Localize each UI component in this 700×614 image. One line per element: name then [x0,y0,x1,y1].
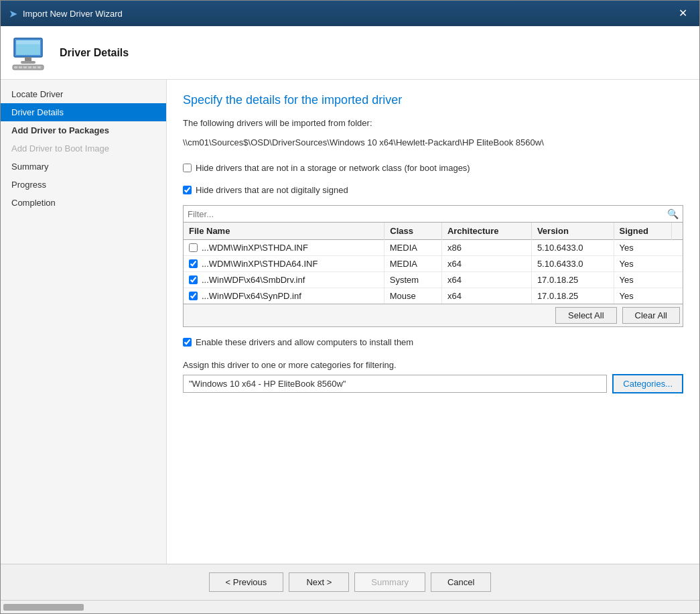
cell-arch: x64 [441,272,531,288]
table-header-row: File Name Class Architecture Version Sig… [184,223,683,240]
hide-unsigned-label: Hide drivers that are not digitally sign… [196,185,348,195]
category-section: Assign this driver to one or more catego… [183,360,683,393]
assign-label: Assign this driver to one or more catego… [183,360,683,370]
row-checkbox-1[interactable] [189,259,198,268]
category-input[interactable] [183,375,607,393]
content-area: Specify the details for the imported dri… [167,80,699,564]
content-title: Specify the details for the imported dri… [183,93,683,107]
table-row: ...WDM\WinXP\STHDA.INFMEDIAx865.10.6433.… [184,240,683,256]
cell-signed: Yes [614,272,671,288]
cell-signed: Yes [614,240,671,256]
table-row: ...WinWDF\x64\SynPD.infMousex6417.0.18.2… [184,288,683,304]
search-icon: 🔍 [667,208,679,219]
header-title: Driver Details [60,47,129,59]
enable-checkbox-row: Enable these drivers and allow computers… [183,337,683,347]
svg-rect-11 [38,66,41,68]
driver-table-body: ...WDM\WinXP\STHDA.INFMEDIAx865.10.6433.… [184,240,683,304]
enable-drivers-label: Enable these drivers and allow computers… [196,337,413,347]
col-filename: File Name [184,223,384,240]
hide-non-storage-label: Hide drivers that are not in a storage o… [196,163,470,173]
table-buttons-row: Select All Clear All [184,304,683,326]
category-row: Categories... [183,374,683,393]
driver-table: File Name Class Architecture Version Sig… [184,223,683,304]
cell-class: MEDIA [384,256,442,272]
row-checkbox-0[interactable] [189,243,198,252]
cell-version: 17.0.18.25 [531,288,614,304]
previous-button[interactable]: < Previous [209,572,284,592]
description-label: The following drivers will be imported f… [183,118,683,128]
svg-rect-8 [23,66,27,68]
cell-arch: x64 [441,256,531,272]
sidebar-item-completion[interactable]: Completion [1,194,166,212]
title-bar-left: ➤ Import New Driver Wizard [9,7,123,20]
cell-filename: ...WDM\WinXP\STHDA.INF [184,240,384,255]
sidebar: Locate Driver Driver Details Add Driver … [1,80,167,564]
summary-button: Summary [354,572,425,592]
computer-icon [11,34,49,72]
bottom-scrollbar[interactable] [1,600,699,613]
next-button[interactable]: Next > [289,572,349,592]
cell-filename: ...WDM\WinXP\STHDA64.INF [184,256,384,271]
cell-filename: ...WinWDF\x64\SmbDrv.inf [184,272,384,288]
import-path: \\cm01\Sources$\OSD\DriverSources\Window… [183,137,683,147]
cell-arch: x86 [441,240,531,256]
sidebar-item-add-to-packages[interactable]: Add Driver to Packages [1,121,166,139]
sidebar-item-add-to-boot: Add Driver to Boot Image [1,139,166,158]
select-all-button[interactable]: Select All [555,307,616,324]
svg-rect-2 [16,40,40,44]
sidebar-item-locate-driver[interactable]: Locate Driver [1,85,166,103]
cell-filename: ...WinWDF\x64\SynPD.inf [184,288,384,304]
svg-rect-3 [25,57,31,62]
svg-rect-6 [14,66,17,68]
filter-input[interactable] [188,209,664,219]
filter-row: 🔍 [184,206,683,223]
hide-non-storage-checkbox[interactable] [183,164,192,172]
scroll-thumb [3,604,84,611]
cell-version: 5.10.6433.0 [531,256,614,272]
sidebar-item-progress[interactable]: Progress [1,176,166,194]
hide-unsigned-checkbox[interactable] [183,186,192,194]
dialog-window: ➤ Import New Driver Wizard ✕ [0,0,700,614]
col-arch: Architecture [441,223,531,240]
cell-signed: Yes [614,288,671,304]
driver-table-container: 🔍 File Name Class Architecture Version S… [183,205,683,327]
col-class: Class [384,223,442,240]
col-signed: Signed [614,223,671,240]
cell-class: Mouse [384,288,442,304]
cell-version: 5.10.6433.0 [531,240,614,256]
svg-rect-9 [28,66,31,68]
cell-class: MEDIA [384,240,442,256]
sidebar-item-driver-details[interactable]: Driver Details [1,103,166,121]
svg-rect-7 [19,66,22,68]
cell-class: System [384,272,442,288]
table-row: ...WinWDF\x64\SmbDrv.infSystemx6417.0.18… [184,272,683,288]
main-content: Locate Driver Driver Details Add Driver … [1,80,699,564]
title-bar-text: Import New Driver Wizard [23,9,123,19]
cell-signed: Yes [614,256,671,272]
close-button[interactable]: ✕ [675,7,691,20]
checkbox-storage-row: Hide drivers that are not in a storage o… [183,163,683,173]
clear-all-button[interactable]: Clear All [622,307,680,324]
svg-rect-4 [21,61,36,64]
cell-arch: x64 [441,288,531,304]
cancel-button[interactable]: Cancel [431,572,491,592]
header-area: Driver Details [1,26,699,80]
footer: < Previous Next > Summary Cancel [1,564,699,600]
categories-button[interactable]: Categories... [612,374,683,393]
cell-version: 17.0.18.25 [531,272,614,288]
title-bar: ➤ Import New Driver Wizard ✕ [1,1,699,26]
row-checkbox-2[interactable] [189,275,198,284]
svg-rect-10 [33,66,36,68]
sidebar-item-summary[interactable]: Summary [1,158,166,176]
table-wrapper: File Name Class Architecture Version Sig… [184,223,683,304]
checkbox-signed-row: Hide drivers that are not digitally sign… [183,185,683,195]
table-row: ...WDM\WinXP\STHDA64.INFMEDIAx645.10.643… [184,256,683,272]
col-version: Version [531,223,614,240]
wizard-icon: ➤ [9,7,17,20]
row-checkbox-3[interactable] [189,292,198,300]
enable-drivers-checkbox[interactable] [183,338,192,347]
col-scroll-spacer [672,223,683,240]
